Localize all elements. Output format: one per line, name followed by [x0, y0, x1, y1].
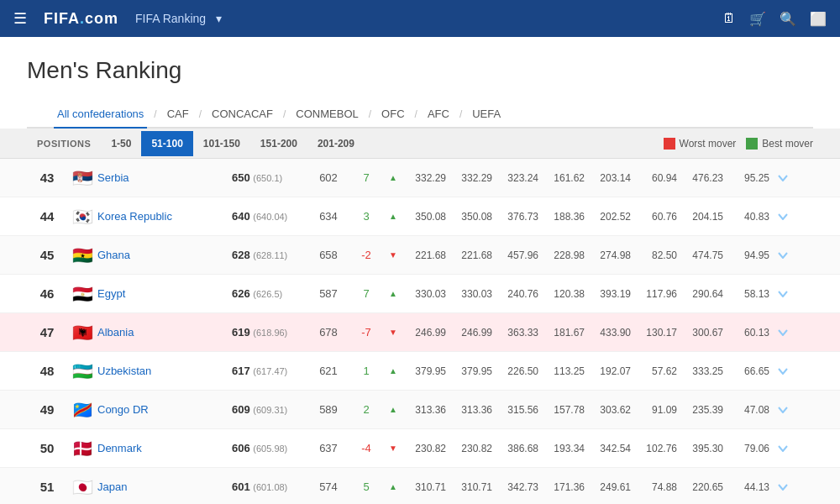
user-icon[interactable]: ⬜	[810, 11, 827, 27]
table-row: 48 🇺🇿 Uzbekistan 617 (617.47) 621 1 ▲ 37…	[0, 352, 840, 391]
data-col-3: 323.24	[496, 172, 542, 184]
country-name[interactable]: Serbia	[97, 171, 232, 184]
country-flag: 🇦🇱	[67, 323, 97, 343]
data-col-3: 226.50	[496, 365, 542, 377]
calendar-icon[interactable]: 🗓	[722, 11, 736, 26]
data-col-5: 192.07	[588, 365, 634, 377]
country-flag: 🇷🇸	[67, 168, 97, 188]
arrow-up-icon: ▲	[389, 212, 397, 221]
country-flag: 🇩🇰	[67, 438, 97, 459]
arrow-down-icon: ▼	[389, 250, 397, 260]
data-col-7: 220.65	[680, 481, 727, 493]
data-col-2: 332.29	[449, 172, 496, 184]
data-col-2: 221.68	[449, 249, 496, 261]
country-name[interactable]: Albania	[97, 326, 232, 339]
data-col-4: 171.36	[542, 481, 588, 493]
data-col-4: 157.78	[542, 404, 588, 416]
country-name[interactable]: Korea Republic	[97, 210, 232, 223]
tab-ofc[interactable]: OFC	[378, 101, 407, 127]
search-icon[interactable]: 🔍	[780, 11, 796, 27]
country-name[interactable]: Egypt	[97, 287, 232, 300]
worst-mover-legend: Worst mover	[664, 138, 737, 150]
country-flag: 🇪🇬	[67, 284, 97, 304]
rank-position: 44	[27, 209, 67, 223]
expand-row-button[interactable]	[773, 252, 793, 259]
arrow-down-icon: ▼	[389, 444, 397, 453]
previous-points: 658	[307, 249, 349, 261]
tab-101-150[interactable]: 101-150	[193, 131, 250, 156]
table-row: 49 🇨🇩 Congo DR 609 (609.31) 589 2 ▲ 313.…	[0, 391, 840, 429]
data-col-8: 66.65	[727, 365, 773, 377]
data-col-2: 379.95	[449, 365, 496, 377]
change: 1	[349, 365, 383, 377]
change: 7	[349, 287, 383, 300]
data-col-2: 313.36	[449, 404, 496, 416]
previous-points: 574	[307, 480, 349, 493]
data-col-2: 350.08	[449, 211, 496, 223]
direction-arrow: ▼	[383, 328, 403, 337]
expand-row-button[interactable]	[773, 213, 793, 220]
best-mover-color	[746, 138, 758, 150]
rank-position: 48	[27, 364, 67, 378]
menu-icon[interactable]: ☰	[13, 9, 27, 28]
data-col-5: 393.19	[588, 288, 634, 300]
tab-concacaf[interactable]: CONCACAF	[208, 101, 276, 127]
data-col-4: 188.36	[542, 211, 588, 223]
tab-151-200[interactable]: 151-200	[250, 131, 307, 156]
tab-afc[interactable]: AFC	[424, 101, 453, 127]
data-col-5: 249.61	[588, 481, 634, 493]
cart-icon[interactable]: 🛒	[749, 11, 766, 27]
direction-arrow: ▲	[383, 482, 403, 491]
expand-row-button[interactable]	[773, 407, 793, 413]
data-col-6: 60.76	[634, 211, 680, 223]
best-mover-legend: Best mover	[746, 138, 813, 150]
direction-arrow: ▲	[383, 405, 403, 414]
expand-row-button[interactable]	[773, 329, 793, 336]
data-col-7: 235.39	[680, 404, 727, 416]
header-nav[interactable]: FIFA Ranking ▾	[135, 12, 222, 25]
change: -2	[349, 249, 383, 261]
data-col-4: 120.38	[542, 288, 588, 300]
data-col-6: 82.50	[634, 249, 680, 261]
tab-caf[interactable]: CAF	[164, 101, 192, 127]
table-row: 47 🇦🇱 Albania 619 (618.96) 678 -7 ▼ 246.…	[0, 313, 840, 352]
previous-points: 637	[307, 442, 349, 454]
country-name[interactable]: Denmark	[97, 442, 232, 454]
data-col-1: 313.36	[403, 404, 449, 416]
data-col-5: 274.98	[588, 249, 634, 261]
expand-row-button[interactable]	[773, 484, 793, 491]
direction-arrow: ▲	[383, 289, 403, 298]
expand-row-button[interactable]	[773, 291, 793, 297]
page-title-section: Men's Ranking All confederations / CAF /…	[0, 37, 840, 129]
data-col-1: 332.29	[403, 172, 449, 184]
data-col-8: 58.13	[727, 288, 773, 300]
country-name[interactable]: Ghana	[97, 249, 232, 261]
tab-1-50[interactable]: 1-50	[101, 131, 141, 156]
arrow-up-icon: ▲	[389, 173, 397, 182]
country-flag: 🇺🇿	[67, 361, 97, 381]
expand-row-button[interactable]	[773, 368, 793, 375]
data-col-1: 310.71	[403, 481, 449, 493]
country-name[interactable]: Congo DR	[97, 403, 232, 416]
tab-201-209[interactable]: 201-209	[307, 131, 365, 156]
site-header: ☰ FIFA.com FIFA Ranking ▾ 🗓 🛒 🔍 ⬜	[0, 0, 840, 37]
expand-row-button[interactable]	[773, 175, 793, 181]
data-col-2: 246.99	[449, 327, 496, 339]
data-col-6: 60.94	[634, 172, 680, 184]
rank-position: 46	[27, 286, 67, 301]
tab-uefa[interactable]: UEFA	[469, 101, 504, 127]
data-col-7: 204.15	[680, 211, 727, 223]
country-name[interactable]: Uzbekistan	[97, 365, 232, 377]
tab-51-100[interactable]: 51-100	[141, 131, 192, 156]
best-mover-label: Best mover	[762, 138, 813, 150]
points: 609 (609.31)	[232, 403, 307, 416]
points: 650 (650.1)	[232, 171, 307, 184]
mover-legend: Worst mover Best mover	[664, 138, 813, 150]
tab-all-confederations[interactable]: All confederations	[54, 101, 147, 129]
data-col-6: 130.17	[634, 327, 680, 339]
tab-conmebol[interactable]: CONMEBOL	[292, 101, 361, 127]
expand-row-button[interactable]	[773, 445, 793, 452]
country-name[interactable]: Japan	[97, 480, 232, 493]
table-row: 43 🇷🇸 Serbia 650 (650.1) 602 7 ▲ 332.29 …	[0, 159, 840, 197]
table-row: 50 🇩🇰 Denmark 606 (605.98) 637 -4 ▼ 230.…	[0, 429, 840, 468]
